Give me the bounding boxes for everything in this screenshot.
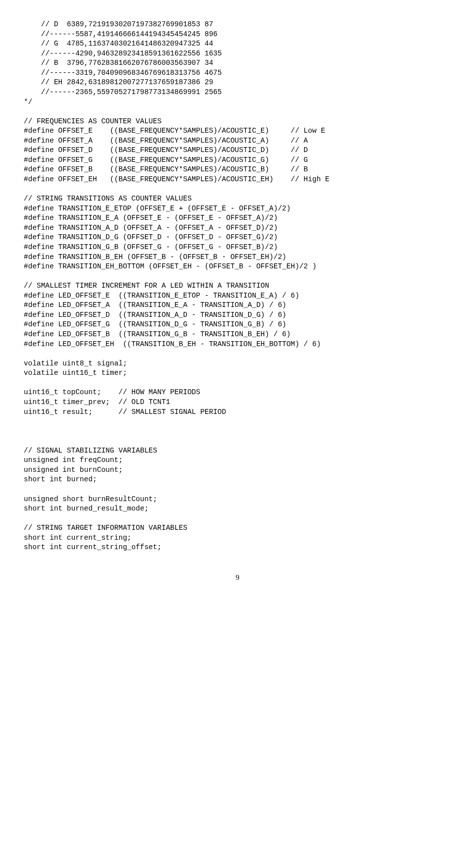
code-block: // D 6389,72191930207197382769901853 87 … — [24, 20, 451, 553]
page-number: 9 — [24, 572, 451, 582]
